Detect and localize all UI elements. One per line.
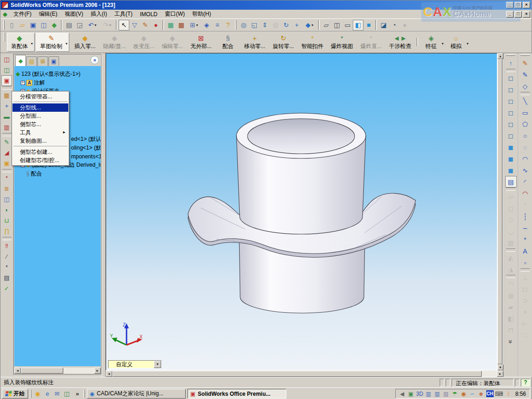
app-restore-button[interactable]: □ [514,2,522,8]
3d-sketch-icon[interactable]: ✎ [520,69,531,80]
doc-minimize-button[interactable]: _ [506,11,514,18]
tree-item-fragment-1[interactable]: +ed<1> (默认< [70,135,101,143]
mirror-entities-icon[interactable]: ⊥ [520,272,531,283]
parting-surfaces-icon[interactable]: ▰ [505,301,517,313]
scroll-down-icon[interactable]: ▼ [497,364,503,370]
toolbar-grip[interactable] [520,54,530,56]
toolbar-grip[interactable] [3,20,5,30]
tree-root-assembly[interactable]: +◆123 (默认<显示状态-1>) [16,70,80,78]
menu-window[interactable]: 窗口(W) [161,9,188,19]
expand-icon[interactable]: + [21,81,25,85]
combo-dropdown-icon[interactable]: ▼ [154,361,161,368]
doc-restore-button[interactable]: □ [514,11,522,18]
zoom-in-out-icon[interactable]: ⇕ [260,20,270,30]
viewport-hscrollbar[interactable]: ◄ ► [106,370,503,377]
offset-entities-icon[interactable]: ⊃ [520,295,531,306]
task-solidworks[interactable]: ▣SolidWorks Office Premiu... [187,389,286,399]
app-minimize-button[interactable]: _ [506,2,514,8]
make-assembly-icon[interactable]: ◆ [49,20,60,30]
quicklaunch-more-button[interactable]: » [73,389,82,398]
tray-swallow-icon[interactable]: ∽ [469,391,476,397]
exploded-view-button[interactable]: *爆炸视图 [327,33,357,51]
save-icon[interactable]: ▣ [28,20,38,30]
viewport-vscrollbar[interactable]: ▲ ▼ [497,53,503,370]
panel-splitter[interactable] [102,53,106,377]
trimetric-view-icon[interactable]: ◼ [505,153,517,164]
panel-flyout-button[interactable]: » [91,56,99,64]
tray-network-icon[interactable]: ▥ [425,391,432,397]
explode-line-sketch-button[interactable]: *爆炸直... [357,33,385,51]
help-icon[interactable]: ? [223,20,233,30]
ctx-create-core-cavity[interactable]: 创建型芯/型腔... [12,156,68,164]
toolbar-grip[interactable] [506,54,515,56]
tray-xear3d-icon[interactable]: 3D [416,391,423,397]
sketch-pattern-icon[interactable]: ∷ [520,329,531,341]
tree-item-fragment-2[interactable]: +oling<1> (默认 [70,144,101,152]
check-entity-icon[interactable]: ◈ [201,20,212,30]
ctx-copy-surface[interactable]: 复制曲面... [12,137,68,145]
shutoff-surfaces-icon[interactable]: ◍ [505,290,517,301]
front-view-icon[interactable]: ◻ [505,72,517,84]
print-icon[interactable]: ▤ [64,20,74,30]
line-tool-icon[interactable]: ╲ [520,95,531,107]
task-browser[interactable]: ◉CAD/CAM之家论坛 |Unig... [87,389,186,399]
ctx-side-core-create[interactable]: 侧型芯创建... [12,148,68,156]
simulation-button[interactable]: ☼模拟 [445,33,470,51]
app-close-button[interactable]: × [523,2,530,8]
draft-analysis-icon[interactable]: ◭ [505,252,517,263]
rotate-component-button[interactable]: ↻旋转零... [269,33,297,51]
ctx-tools[interactable]: 工具 [12,128,68,137]
measure-icon[interactable]: ⊞ [187,20,201,30]
imold-wand-icon[interactable]: ∕ [1,251,12,262]
tray-keyboard-icon[interactable]: ⌨ [495,391,502,397]
imold-spider-icon[interactable]: * [1,262,12,272]
quicklaunch-ie-icon[interactable]: e [43,389,52,398]
menu-help[interactable]: 帮助(H) [188,9,215,19]
edit-properties-icon[interactable]: ◫ [38,20,49,30]
tree-mates[interactable]: +§配合 [26,169,42,178]
menu-tools[interactable]: 工具(T) [111,9,136,19]
standard-views-icon[interactable]: ◆ [302,20,317,30]
imold-core-cavity-icon[interactable]: ▣ [1,75,12,86]
smart-fasteners-button[interactable]: *智能扣件 [297,33,327,51]
three-point-arc-icon[interactable]: ◝ [520,199,531,211]
scroll-thumb[interactable] [21,368,63,374]
tab-configurationmanager[interactable]: ⊞ [37,56,48,66]
quicklaunch-desktop-icon[interactable]: ◫ [62,389,71,398]
zoom-selection-icon[interactable]: ◎ [270,20,281,30]
imold-pins-icon[interactable]: ∏ [1,226,12,236]
trim-entities-icon[interactable]: × [520,306,531,318]
hide-show-component-button[interactable]: ◆隐藏/显... [99,33,129,51]
ctx-parting-surface[interactable]: 分型面... [12,112,68,120]
tray-volume-icon[interactable]: ◀ [399,391,406,397]
no-external-reference-button[interactable]: ⊠无外部... [187,33,215,51]
imold-insert-icon[interactable]: ▣ [1,158,12,169]
back-view-icon[interactable]: ◻ [505,84,517,95]
zebra-stripes-icon[interactable]: ▤ [505,176,517,187]
left-view-icon[interactable]: ◻ [505,95,517,107]
tray-umbrella-icon[interactable]: ☂ [451,391,459,397]
isometric-view-icon[interactable]: ◼ [505,141,517,153]
change-suppression-button[interactable]: ◆改变压... [129,33,158,51]
bottom-view-icon[interactable]: ◻ [505,130,517,141]
parting-lines-icon[interactable]: ◠ [505,278,517,290]
hidden-lines-visible-icon[interactable]: ◫ [332,20,342,30]
scroll-left-icon[interactable]: ◄ [14,368,21,374]
tray-shield-icon[interactable]: ▨ [442,391,450,397]
menu-edit[interactable]: 编辑(E) [35,9,61,19]
top-view-icon[interactable]: ◻ [505,118,517,130]
insert-component-button[interactable]: ◆插入零... [71,33,99,51]
selection-filter-icon[interactable]: ▽ [129,20,140,30]
hidden-lines-removed-icon[interactable]: ▭ [342,20,353,30]
tray-network2-icon[interactable]: ▥ [434,391,441,397]
pan-icon[interactable]: + [291,20,302,30]
planar-surface-icon[interactable]: ▱ [505,191,517,202]
shaded-icon[interactable]: ■ [363,20,374,30]
more-tools-icon[interactable]: » [505,336,517,347]
undercut-analysis-icon[interactable]: ◮ [505,263,517,275]
open-folder-icon[interactable]: ▱ [17,20,28,30]
redo-icon[interactable]: ↷ [100,20,115,30]
point-tool-icon[interactable]: * [520,234,531,245]
polygon-tool-icon[interactable]: ⬠ [520,118,531,130]
normal-to-icon[interactable]: ↑ [505,57,517,69]
